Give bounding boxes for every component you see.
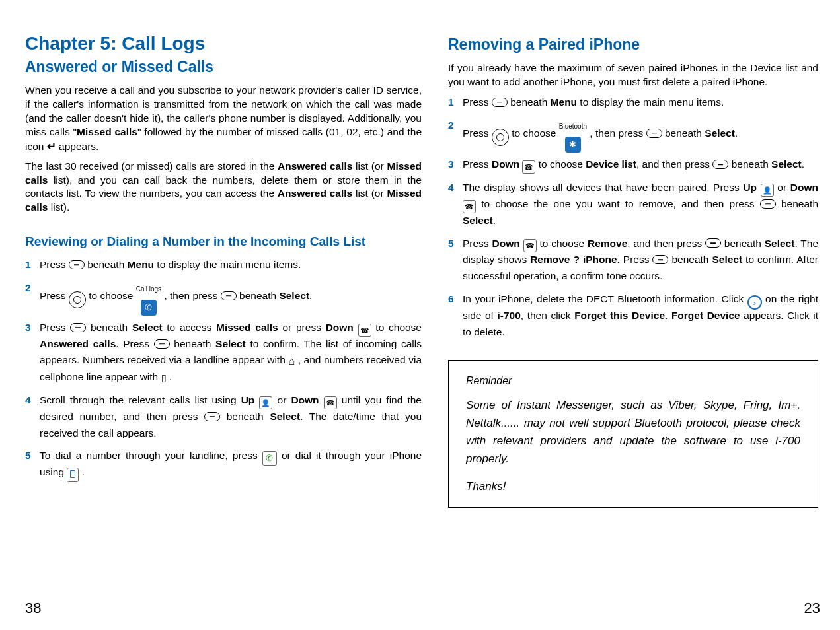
down-key-icon: ☎ — [522, 160, 535, 174]
iphone-key-icon — [67, 468, 79, 482]
text: , then click — [521, 310, 574, 321]
text: In your iPhone, delete the DECT Bluetoot… — [463, 293, 747, 304]
bold: Select — [279, 290, 309, 301]
text: . — [167, 371, 172, 382]
text: or — [272, 394, 291, 405]
bold: Forget this Device — [574, 310, 665, 321]
step-1: 1 Press beneath Menu to display the main… — [25, 257, 422, 273]
text: Press — [463, 158, 492, 170]
step-num: 1 — [25, 257, 31, 273]
text: to display the main menu items. — [154, 259, 301, 270]
step-num: 1 — [448, 94, 454, 111]
text: Press — [40, 259, 69, 270]
text: beneath — [85, 259, 128, 270]
text: list (or — [352, 160, 387, 172]
bold: Answered calls — [40, 338, 116, 349]
bold: Down — [492, 238, 519, 249]
text: Press — [463, 96, 492, 108]
bold: Answered calls — [278, 160, 352, 172]
bold: Select — [463, 215, 493, 226]
step-num: 2 — [448, 118, 454, 134]
step-num: 2 — [25, 280, 31, 297]
text: beneath — [170, 338, 215, 349]
softkey-icon — [652, 255, 668, 264]
step-4: 4 Scroll through the relevant calls list… — [25, 392, 422, 441]
bold: Menu — [551, 96, 577, 108]
mobile-icon: ▯ — [161, 370, 167, 385]
bold: Down — [326, 322, 354, 333]
home-icon: ⌂ — [288, 353, 295, 370]
right-steps: 1 Press beneath Menu to display the main… — [448, 94, 818, 340]
text: to choose — [537, 238, 588, 249]
bold: Select — [705, 127, 735, 139]
text: list). — [48, 201, 69, 213]
softkey-icon — [492, 98, 508, 107]
softkey-icon — [70, 323, 86, 332]
bold: Select — [771, 158, 802, 170]
bold: Device list — [586, 158, 636, 170]
text: Press — [40, 322, 70, 333]
bold: Select — [712, 254, 742, 265]
down-key-icon: ☎ — [358, 324, 371, 337]
down-key-icon: ☎ — [523, 239, 537, 252]
text: . Press — [116, 338, 153, 349]
step-num: 6 — [448, 291, 454, 308]
bold: Remove ? iPhone — [530, 254, 617, 265]
text: list (or — [352, 188, 387, 199]
up-key-icon: 👤 — [259, 396, 272, 409]
text: to choose the one you want to remove, an… — [476, 198, 760, 209]
softkey-icon — [712, 160, 728, 169]
text: To dial a number through your landline, … — [40, 450, 262, 461]
text: , and then press — [627, 238, 705, 249]
text: beneath — [508, 96, 551, 108]
icon-label: Call logs — [136, 285, 161, 293]
text: to choose — [535, 158, 586, 170]
step-num: 5 — [448, 236, 454, 252]
page-number-right: 23 — [804, 600, 820, 617]
left-page: Chapter 5: Call Logs Answered or Missed … — [25, 33, 422, 487]
step-1: 1 Press beneath Menu to display the main… — [448, 94, 818, 111]
up-key-icon: 👤 — [761, 184, 774, 197]
step-5: 5 Press Down ☎ to choose Remove, and the… — [448, 236, 818, 285]
chapter-title: Chapter 5: Call Logs — [25, 33, 422, 54]
text: . — [79, 466, 85, 477]
call-logs-icon: ✆ — [141, 300, 157, 316]
text: beneath — [237, 290, 280, 301]
chevron-right-circle-icon: › — [747, 295, 762, 310]
text: , then press — [587, 127, 646, 139]
reminder-body: Some of Instant Messenger, such as Viber… — [466, 396, 800, 468]
nav-ring-icon — [492, 129, 509, 146]
bold: Missed calls — [216, 322, 278, 333]
nav-ring-icon — [69, 291, 86, 308]
text: beneath — [728, 158, 771, 170]
bluetooth-icon: ✱ — [565, 137, 581, 153]
text: or — [774, 182, 790, 193]
page-number-left: 38 — [25, 600, 41, 617]
text: beneath — [776, 198, 818, 209]
text: to choose — [86, 290, 136, 301]
text: beneath — [86, 322, 132, 333]
text: Press — [40, 290, 69, 301]
bold: Down — [291, 394, 319, 405]
text: beneath — [721, 238, 765, 249]
text: , and then press — [636, 158, 712, 170]
bold: Select — [765, 238, 795, 249]
bold: i-700 — [497, 310, 520, 321]
call-logs-icon-stack: Call logs✆ — [136, 280, 161, 313]
bold: Answered calls — [278, 188, 352, 199]
text: beneath — [220, 411, 270, 422]
bold: Up — [241, 394, 255, 405]
step-4: 4 The display shows all devices that hav… — [448, 180, 818, 228]
bold: Select — [132, 322, 163, 333]
text: . — [309, 290, 312, 301]
bluetooth-icon-stack: Bluetooth✱ — [559, 118, 587, 151]
softkey-icon — [154, 339, 170, 349]
step-num: 3 — [448, 157, 454, 173]
bold: Select — [215, 338, 246, 349]
text: to choose — [509, 127, 559, 139]
section-title-left: Answered or Missed Calls — [25, 58, 422, 76]
subsection-title: Reviewing or Dialing a Number in the Inc… — [25, 234, 422, 249]
text: Press — [463, 238, 492, 249]
intro-para-2: The last 30 received (or missed) calls a… — [25, 160, 422, 215]
icon-label: Bluetooth — [559, 123, 587, 130]
